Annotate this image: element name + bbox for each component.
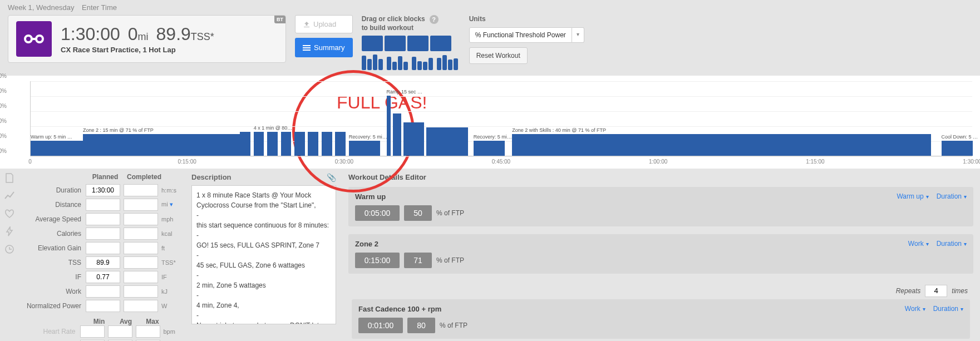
completed-input[interactable] — [124, 271, 158, 283]
chart-icon[interactable] — [4, 191, 14, 201]
palette-block[interactable] — [362, 36, 383, 51]
min-input[interactable] — [80, 325, 105, 338]
segment-value-input[interactable] — [407, 318, 435, 333]
interval-label: Warm up: 5 min … — [31, 134, 72, 140]
interval-bar[interactable] — [240, 132, 250, 156]
palette-block[interactable] — [362, 56, 366, 70]
help-icon[interactable]: ? — [430, 15, 439, 24]
segment-name[interactable]: Warm up — [355, 192, 386, 201]
interval-bar[interactable] — [942, 141, 973, 156]
block-palette-row[interactable] — [362, 55, 460, 70]
planned-input[interactable] — [86, 184, 120, 196]
y-tick: 50% — [0, 132, 7, 139]
bolt-icon[interactable] — [4, 226, 14, 236]
planned-input[interactable] — [86, 256, 120, 269]
palette-block[interactable] — [387, 57, 391, 70]
completed-input[interactable] — [124, 242, 158, 254]
palette-block[interactable] — [412, 57, 416, 70]
max-input[interactable] — [136, 325, 160, 338]
segment-name[interactable]: Fast Cadence 100 + rpm — [358, 305, 441, 313]
interval-bar[interactable] — [31, 141, 83, 156]
palette-block[interactable] — [367, 59, 372, 70]
segment-value-input[interactable] — [404, 253, 432, 268]
clock-icon[interactable] — [4, 244, 14, 254]
interval-bar[interactable] — [474, 141, 505, 156]
heart-icon[interactable] — [4, 209, 14, 219]
interval-bar[interactable] — [387, 96, 391, 156]
interval-bar[interactable] — [267, 132, 278, 156]
segment-duration-link[interactable]: Duration — [933, 305, 963, 313]
completed-input[interactable] — [124, 184, 158, 196]
palette-block[interactable] — [454, 58, 458, 70]
segment-time-input[interactable] — [355, 253, 400, 268]
segment-value-input[interactable] — [404, 205, 432, 221]
block-palette-row[interactable] — [362, 36, 460, 51]
completed-input[interactable] — [124, 199, 158, 211]
palette-block[interactable] — [378, 59, 383, 70]
palette-block[interactable] — [398, 56, 402, 70]
segment-type-link[interactable]: Warm up — [897, 192, 928, 200]
segment-duration-link[interactable]: Duration — [937, 240, 967, 248]
planned-input[interactable] — [86, 213, 120, 225]
metric-row: TSS TSS* — [24, 256, 180, 269]
segment-type-link[interactable]: Work — [908, 240, 929, 248]
paperclip-icon[interactable]: 📎 — [327, 173, 336, 182]
units-select[interactable]: % Functional Threshold Power ▾ — [469, 27, 584, 43]
completed-input[interactable] — [124, 228, 158, 240]
enter-time-link[interactable]: Enter Time — [82, 3, 117, 12]
workout-chart[interactable]: FULL GAS! Warm up: 5 min …Zone 2 : 15 mi… — [0, 76, 980, 169]
palette-block[interactable] — [448, 60, 452, 70]
summary-button[interactable]: Summary — [295, 38, 353, 57]
metric-unit: W — [161, 303, 180, 309]
interval-bar[interactable] — [403, 122, 425, 155]
segment-time-input[interactable] — [355, 205, 400, 221]
interval-label: Zone 2 : 15 min @ 71 % of FTP — [83, 127, 154, 133]
interval-bar[interactable] — [335, 132, 346, 156]
palette-block[interactable] — [429, 58, 433, 70]
palette-block[interactable] — [417, 61, 422, 70]
segment-time-input[interactable] — [358, 318, 403, 333]
annotation-text: FULL GAS! — [337, 92, 427, 113]
planned-input[interactable] — [86, 228, 120, 240]
palette-block[interactable] — [373, 55, 377, 70]
planned-input[interactable] — [86, 285, 120, 298]
planned-input[interactable] — [86, 300, 120, 312]
interval-bar[interactable] — [512, 134, 930, 155]
x-tick: 0 — [28, 159, 32, 165]
reset-workout-button[interactable]: Reset Workout — [469, 47, 528, 64]
palette-block[interactable] — [442, 55, 447, 70]
planned-input[interactable] — [86, 271, 120, 283]
palette-block[interactable] — [392, 62, 397, 70]
interval-bar[interactable] — [426, 127, 468, 156]
completed-input[interactable] — [124, 300, 158, 312]
interval-bar[interactable] — [349, 141, 380, 156]
interval-bar[interactable] — [254, 132, 264, 156]
description-text[interactable]: 1 x 8 minute Race Starts @ Your Mock Cyc… — [191, 185, 336, 324]
completed-input[interactable] — [124, 285, 158, 298]
interval-bar[interactable] — [294, 132, 305, 156]
completed-input[interactable] — [124, 256, 158, 269]
repeats-input[interactable] — [925, 285, 947, 297]
planned-input[interactable] — [86, 199, 120, 211]
segment-duration-link[interactable]: Duration — [937, 192, 967, 200]
file-icon[interactable] — [4, 173, 14, 183]
planned-input[interactable] — [86, 242, 120, 254]
palette-block[interactable] — [385, 36, 406, 51]
palette-block[interactable] — [430, 36, 451, 51]
palette-block[interactable] — [423, 62, 427, 70]
palette-block[interactable] — [403, 62, 408, 70]
avg-input[interactable] — [108, 325, 132, 338]
segment-name[interactable]: Zone 2 — [355, 240, 378, 248]
palette-block[interactable] — [437, 58, 441, 70]
interval-bar[interactable] — [308, 132, 318, 156]
interval-bar[interactable] — [83, 134, 240, 155]
interval-bar[interactable] — [322, 132, 332, 156]
palette-block[interactable] — [407, 36, 429, 51]
upload-button[interactable]: Upload — [295, 15, 353, 33]
interval-bar[interactable] — [281, 132, 292, 156]
editor-segment: Zone 2 Work Duration % of FTP — [348, 234, 973, 274]
interval-bar[interactable] — [393, 113, 401, 156]
metric-label: IF — [24, 273, 86, 281]
completed-input[interactable] — [124, 213, 158, 225]
segment-type-link[interactable]: Work — [905, 305, 925, 313]
